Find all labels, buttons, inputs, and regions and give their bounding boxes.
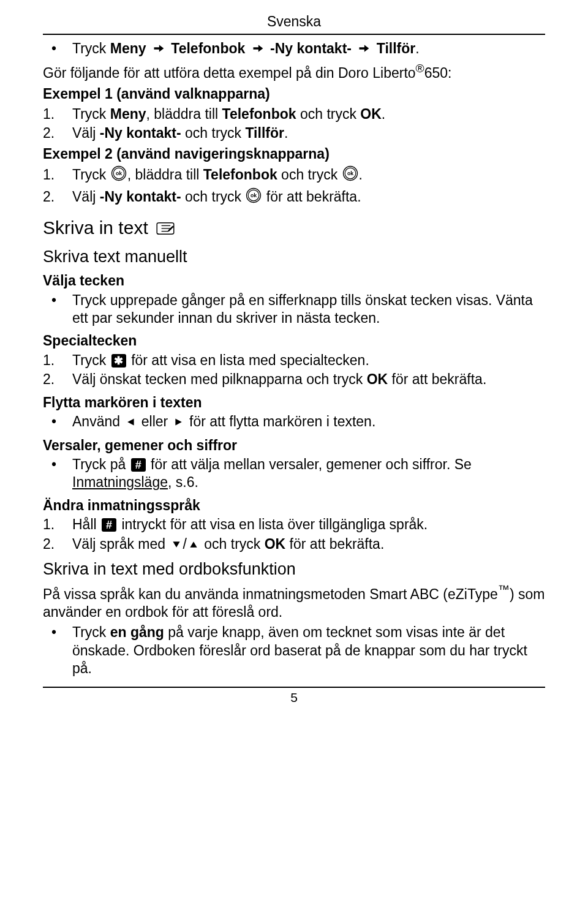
bullet-item: • Använd eller för att flytta markören i… <box>43 413 545 431</box>
bullet: • <box>43 456 72 473</box>
list-item: 2. Välj -Ny kontakt- och tryck Tillför. <box>43 124 545 142</box>
text: Tryck <box>72 624 110 640</box>
ok-label: OK <box>360 106 382 122</box>
hash-key-icon: # <box>102 518 116 532</box>
list-item: 1. Tryck , bläddra till Telefonbok och t… <box>43 165 545 186</box>
text: för att bekräfta. <box>262 189 361 205</box>
heading-text: Skriva in text <box>43 217 148 238</box>
arrow-right-icon <box>151 41 166 59</box>
bullet: • <box>43 413 72 431</box>
subsubsection-heading: Specialtecken <box>43 332 545 350</box>
rule-top <box>43 34 545 35</box>
number: 1. <box>43 516 72 534</box>
text: och tryck <box>200 536 265 552</box>
number: 2. <box>43 535 72 553</box>
text: På vissa språk kan du använda inmatnings… <box>43 586 498 601</box>
triangle-left-icon <box>125 413 136 431</box>
registered-mark: ® <box>416 62 424 75</box>
body-content: • Tryck Meny Telefonbok -Ny kontakt- Til… <box>43 40 545 678</box>
text: 650: <box>424 65 452 81</box>
text: intryckt för att visa en lista över till… <box>118 516 428 532</box>
text: . <box>359 167 363 183</box>
ok-label: OK <box>265 536 286 552</box>
subsubsection-heading: Flytta markören i texten <box>43 394 545 412</box>
text: Gör följande för att utföra detta exempe… <box>43 65 416 81</box>
text: Tryck <box>72 167 110 183</box>
text: Tryck på <box>72 456 130 472</box>
nav-path: Tryck Meny Telefonbok -Ny kontakt- Tillf… <box>72 40 545 59</box>
trademark: ™ <box>498 583 510 596</box>
text: Tryck <box>72 352 110 368</box>
bullet-item: • Tryck upprepade gånger på en sifferkna… <box>43 292 545 328</box>
subsection-heading: Skriva in text med ordboksfunktion <box>43 559 545 580</box>
ok-button-icon <box>246 187 262 208</box>
add-label: Tillför <box>377 40 415 56</box>
list-item: 1. Tryck ✱ för att visa en lista med spe… <box>43 352 545 369</box>
number: 2. <box>43 124 72 142</box>
text: . <box>284 125 288 141</box>
text: Välj språk med <box>72 536 170 552</box>
text: Tryck <box>72 40 110 56</box>
text: , bläddra till <box>146 106 222 122</box>
number: 1. <box>43 105 72 123</box>
text: och tryck <box>277 167 342 183</box>
section-heading: Skriva in text <box>43 216 545 241</box>
add-label: Tillför <box>245 125 284 141</box>
text: Använd <box>72 413 124 429</box>
text: . <box>382 106 385 122</box>
text: Välj <box>72 189 100 205</box>
text: Håll <box>72 516 100 532</box>
note-icon <box>156 217 175 241</box>
phonebook-label: Telefonbok <box>222 106 296 122</box>
text: för att välja mellan versaler, gemener o… <box>147 456 472 472</box>
text: Tryck <box>72 106 110 122</box>
example2-list: 1. Tryck , bläddra till Telefonbok och t… <box>43 165 545 208</box>
number: 1. <box>43 166 72 184</box>
ok-button-icon <box>111 165 127 186</box>
list-item: 1. Tryck Meny, bläddra till Telefonbok o… <box>43 105 545 123</box>
text: , bläddra till <box>127 167 203 183</box>
bullet: • <box>43 292 72 309</box>
subsubsection-heading: Välja tecken <box>43 272 545 290</box>
text: Tryck upprepade gånger på en sifferknapp… <box>72 292 545 328</box>
special-list: 1. Tryck ✱ för att visa en lista med spe… <box>43 352 545 389</box>
arrow-right-icon <box>251 41 265 59</box>
subsection-heading: Skriva text manuellt <box>43 246 545 268</box>
subsubsection-heading: Versaler, gemener och siffror <box>43 437 545 454</box>
star-key-icon: ✱ <box>111 354 126 368</box>
bullet: • <box>43 40 72 58</box>
menu-label: Meny <box>110 106 146 122</box>
text: för att visa en lista med specialtecken. <box>127 352 369 368</box>
newcontact-label: -Ny kontakt- <box>270 40 352 56</box>
link-text: Inmatningsläge <box>72 474 168 490</box>
text: eller <box>137 413 172 429</box>
triangle-down-icon <box>171 536 182 554</box>
example2-heading: Exempel 2 (använd navigeringsknapparna) <box>43 145 545 163</box>
rule-bottom <box>43 687 545 688</box>
newcontact-label: -Ny kontakt- <box>100 125 181 141</box>
ok-label: OK <box>367 371 388 387</box>
number: 2. <box>43 371 72 388</box>
text: och tryck <box>296 106 361 122</box>
example1-heading: Exempel 1 (använd valknapparna) <box>43 85 545 103</box>
text: för att bekräfta. <box>285 536 384 552</box>
page-header: Svenska <box>43 13 545 30</box>
hash-key-icon: # <box>131 458 146 472</box>
newcontact-label: -Ny kontakt- <box>100 189 181 205</box>
dict-paragraph: På vissa språk kan du använda inmatnings… <box>43 583 545 622</box>
text: och tryck <box>181 125 246 141</box>
arrow-right-icon <box>356 41 371 59</box>
phonebook-label: Telefonbok <box>203 167 277 183</box>
lang-list: 1. Håll # intryckt för att visa en lista… <box>43 516 545 554</box>
list-item: 2. Välj önskat tecken med pilknapparna o… <box>43 371 545 388</box>
text: , s.6. <box>168 474 198 490</box>
text: för att bekräfta. <box>388 371 486 387</box>
number: 2. <box>43 188 72 206</box>
triangle-right-icon <box>173 413 184 431</box>
menu-label: Meny <box>110 40 146 56</box>
text: Välj <box>72 125 100 141</box>
document-page: Svenska • Tryck Meny Telefonbok -Ny kont… <box>0 0 588 920</box>
list-item: 1. Håll # intryckt för att visa en lista… <box>43 516 545 534</box>
list-item: 2. Välj -Ny kontakt- och tryck för att b… <box>43 187 545 208</box>
number: 1. <box>43 352 72 369</box>
